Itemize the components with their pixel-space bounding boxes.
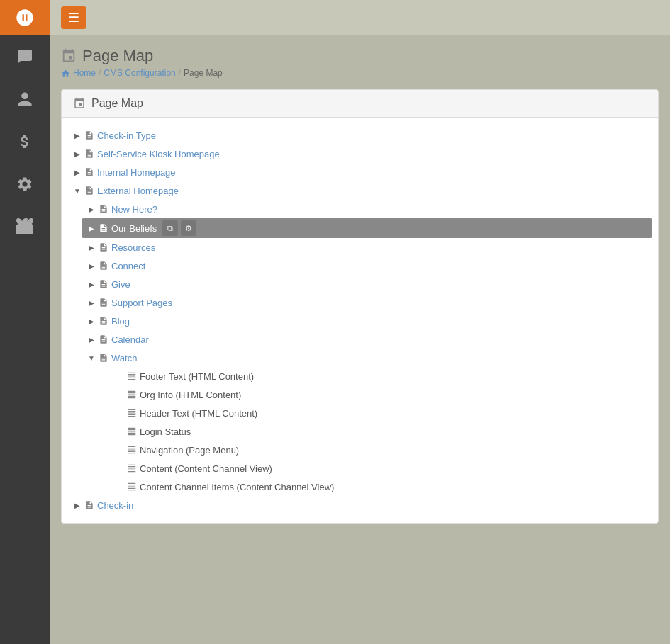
- toggle-self-service[interactable]: ▶: [70, 147, 84, 161]
- page-icon-checkin-type: [84, 130, 94, 140]
- sidebar-item-settings[interactable]: [0, 163, 50, 205]
- toggle-checkin-type[interactable]: ▶: [70, 128, 84, 142]
- external-homepage-children: ▶ New Here? ▶ Our Beliefs ⧉ ⚙ ▶: [82, 200, 652, 496]
- hamburger-button[interactable]: ☰: [61, 6, 86, 29]
- label-navigation: Navigation (Page Menu): [140, 445, 239, 456]
- toggle-our-beliefs[interactable]: ▶: [84, 221, 99, 235]
- link-blog[interactable]: Blog: [111, 316, 130, 327]
- sidebar-item-user[interactable]: [0, 78, 50, 120]
- page-icon-our-beliefs: [99, 223, 108, 233]
- tree-item-checkin-type[interactable]: ▶ Check-in Type: [67, 126, 652, 145]
- label-content-channel-items: Content Channel Items (Content Channel V…: [140, 482, 334, 492]
- page-icon-internal-homepage: [84, 167, 94, 177]
- link-connect[interactable]: Connect: [111, 261, 145, 271]
- toggle-watch[interactable]: ▼: [84, 351, 99, 365]
- page-icon-checkin: [84, 500, 94, 510]
- tree-item-new-here[interactable]: ▶ New Here?: [82, 200, 652, 218]
- toggle-checkin[interactable]: ▶: [70, 498, 84, 512]
- page-icon-give: [99, 279, 108, 289]
- sidebar-item-finance[interactable]: [0, 120, 50, 163]
- link-internal-homepage[interactable]: Internal Homepage: [97, 167, 176, 178]
- tree-item-checkin[interactable]: ▶ Check-in: [67, 496, 652, 514]
- page-map-card: Page Map ▶ Check-in Type ▶ Self-Service …: [61, 89, 659, 524]
- link-our-beliefs[interactable]: Our Beliefs: [111, 223, 157, 234]
- toggle-blog[interactable]: ▶: [84, 314, 99, 328]
- sidebar-item-tools[interactable]: [0, 205, 50, 248]
- link-resources[interactable]: Resources: [111, 242, 155, 253]
- tree-item-watch[interactable]: ▼ Watch: [82, 349, 652, 367]
- link-support-pages[interactable]: Support Pages: [111, 298, 172, 308]
- breadcrumb-current: Page Map: [184, 68, 223, 78]
- breadcrumb-home[interactable]: Home: [73, 68, 96, 78]
- block-icon-header-text: [127, 408, 137, 418]
- copy-our-beliefs-button[interactable]: ⧉: [162, 220, 178, 236]
- card-body: ▶ Check-in Type ▶ Self-Service Kiosk Hom…: [62, 118, 658, 523]
- toggle-give[interactable]: ▶: [84, 277, 99, 291]
- tree-item-blog[interactable]: ▶ Blog: [82, 312, 652, 330]
- page-icon-connect: [99, 261, 108, 271]
- home-icon: [61, 69, 70, 78]
- link-calendar[interactable]: Calendar: [111, 334, 149, 345]
- watch-children: ▶ Footer Text (HTML Content) ▶ Org Info …: [110, 367, 652, 496]
- link-watch[interactable]: Watch: [111, 353, 137, 363]
- label-header-text: Header Text (HTML Content): [140, 408, 257, 419]
- link-new-here[interactable]: New Here?: [111, 204, 157, 215]
- tree-item-self-service[interactable]: ▶ Self-Service Kiosk Homepage: [67, 145, 652, 163]
- page-icon-resources: [99, 242, 108, 252]
- tree-item-internal-homepage[interactable]: ▶ Internal Homepage: [67, 163, 652, 181]
- page-icon-support-pages: [99, 298, 108, 307]
- label-content-channel-view: Content (Content Channel View): [140, 463, 272, 474]
- toggle-connect[interactable]: ▶: [84, 259, 99, 273]
- card-sitemap-icon: [73, 97, 86, 110]
- sitemap-icon: [61, 48, 77, 64]
- page-title: Page Map: [82, 47, 153, 65]
- tree-item-org-info[interactable]: ▶ Org Info (HTML Content): [110, 385, 652, 404]
- link-self-service[interactable]: Self-Service Kiosk Homepage: [97, 149, 220, 159]
- settings-our-beliefs-button[interactable]: ⚙: [181, 220, 196, 236]
- breadcrumb-cms-config[interactable]: CMS Configuration: [104, 68, 175, 78]
- tree-item-content-channel-items[interactable]: ▶ Content Channel Items (Content Channel…: [110, 478, 652, 496]
- toggle-external-homepage[interactable]: ▼: [70, 183, 84, 198]
- breadcrumb-sep1: /: [99, 68, 101, 78]
- label-login-status: Login Status: [140, 426, 191, 437]
- page-icon-external-homepage: [84, 186, 94, 196]
- block-icon-content-channel-view: [127, 463, 137, 473]
- tree-item-support-pages[interactable]: ▶ Support Pages: [82, 293, 652, 312]
- toggle-new-here[interactable]: ▶: [84, 202, 99, 216]
- block-icon-content-channel-items: [127, 482, 137, 492]
- tree-item-login-status[interactable]: ▶ Login Status: [110, 422, 652, 441]
- card-header: Page Map: [62, 90, 658, 118]
- toggle-calendar[interactable]: ▶: [84, 332, 99, 346]
- tree-item-give[interactable]: ▶ Give: [82, 275, 652, 293]
- toggle-support-pages[interactable]: ▶: [84, 295, 99, 310]
- main-content: ☰ Page Map Home / CMS Configuration / Pa…: [50, 0, 670, 644]
- tree-item-connect[interactable]: ▶ Connect: [82, 256, 652, 275]
- tree-item-resources[interactable]: ▶ Resources: [82, 238, 652, 256]
- tree-item-calendar[interactable]: ▶ Calendar: [82, 330, 652, 349]
- link-checkin-type[interactable]: Check-in Type: [97, 130, 156, 141]
- page-icon-self-service: [84, 149, 94, 159]
- breadcrumb-sep2: /: [179, 68, 181, 78]
- tree-item-footer-text[interactable]: ▶ Footer Text (HTML Content): [110, 367, 652, 385]
- toggle-internal-homepage[interactable]: ▶: [70, 165, 84, 179]
- tree-item-our-beliefs[interactable]: ▶ Our Beliefs ⧉ ⚙: [82, 218, 652, 238]
- sidebar-item-notes[interactable]: [0, 35, 50, 78]
- label-org-info: Org Info (HTML Content): [140, 390, 241, 400]
- block-icon-footer-text: [127, 371, 137, 381]
- card-title: Page Map: [91, 97, 143, 110]
- breadcrumb: Home / CMS Configuration / Page Map: [61, 68, 659, 78]
- tree-item-header-text[interactable]: ▶ Header Text (HTML Content): [110, 404, 652, 422]
- link-checkin[interactable]: Check-in: [97, 500, 133, 511]
- tree-item-navigation[interactable]: ▶ Navigation (Page Menu): [110, 441, 652, 459]
- tree-item-external-homepage[interactable]: ▼ External Homepage: [67, 181, 652, 200]
- app-logo[interactable]: [0, 0, 50, 35]
- link-external-homepage[interactable]: External Homepage: [97, 186, 179, 196]
- page-icon-blog: [99, 316, 108, 326]
- page-icon-calendar: [99, 334, 108, 344]
- link-give[interactable]: Give: [111, 279, 130, 290]
- toggle-resources[interactable]: ▶: [84, 240, 99, 254]
- label-footer-text: Footer Text (HTML Content): [140, 371, 254, 382]
- block-icon-login-status: [127, 426, 137, 436]
- tree-item-content-channel-view[interactable]: ▶ Content (Content Channel View): [110, 459, 652, 478]
- page-icon-watch: [99, 353, 108, 363]
